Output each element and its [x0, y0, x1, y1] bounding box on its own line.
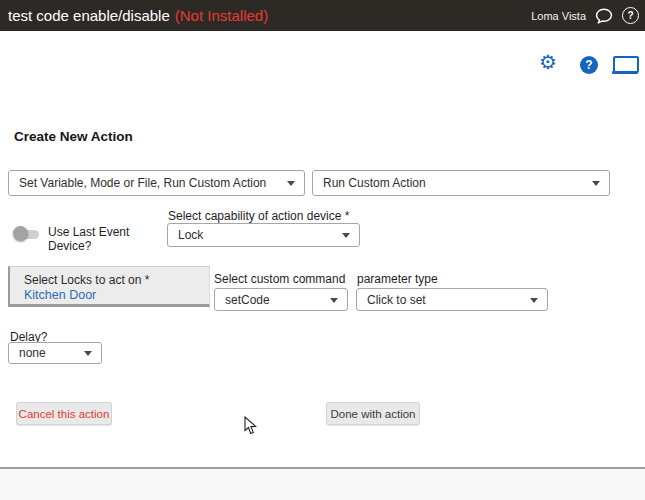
- command-select[interactable]: setCode: [214, 288, 348, 311]
- help-glyph: ?: [585, 58, 592, 72]
- kitchen-door-link[interactable]: Kitchen Door: [24, 288, 96, 302]
- dropdown-arrow-icon: [592, 181, 600, 186]
- use-last-event-toggle[interactable]: [13, 224, 51, 243]
- locks-device-picker[interactable]: Select Locks to act on * Kitchen Door: [8, 266, 210, 307]
- capability-select[interactable]: Lock: [167, 223, 360, 247]
- dropdown-arrow-icon: [287, 181, 295, 186]
- cancel-button[interactable]: Cancel this action: [16, 402, 112, 425]
- use-last-event-label: Use Last Event Device?: [48, 226, 132, 253]
- display-icon[interactable]: [612, 56, 638, 74]
- mouse-cursor: [244, 416, 258, 439]
- delay-select[interactable]: none: [8, 342, 102, 364]
- action-kind-select[interactable]: Run Custom Action: [312, 170, 610, 196]
- chat-bubble-icon[interactable]: [595, 7, 613, 25]
- action-type-select[interactable]: Set Variable, Mode or File, Run Custom A…: [8, 170, 305, 196]
- dropdown-arrow-icon: [342, 233, 350, 238]
- location-name[interactable]: Loma Vista: [531, 10, 586, 22]
- dropdown-arrow-icon: [330, 298, 338, 303]
- parameter-value: Click to set: [367, 293, 426, 307]
- capability-value: Lock: [178, 228, 203, 242]
- command-value: setCode: [225, 293, 270, 307]
- command-label: Select custom command: [214, 272, 345, 286]
- topbar-right-group: Loma Vista ?: [531, 0, 639, 31]
- toggle-thumb: [13, 226, 28, 241]
- create-action-heading: Create New Action: [14, 129, 133, 144]
- help-glyph: ?: [627, 11, 633, 21]
- delay-value: none: [19, 346, 46, 360]
- help-icon[interactable]: ?: [580, 56, 598, 74]
- dropdown-arrow-icon: [84, 351, 92, 356]
- parameter-label: parameter type: [357, 272, 438, 286]
- locks-label: Select Locks to act on *: [24, 273, 149, 287]
- app-window: test code enable/disable (Not Installed)…: [0, 0, 645, 500]
- settings-gear-icon[interactable]: ⚙: [539, 52, 557, 72]
- dropdown-arrow-icon: [530, 298, 538, 303]
- display-base-shape: [612, 71, 638, 74]
- install-status-badge: (Not Installed): [175, 7, 268, 24]
- capability-label: Select capability of action device *: [168, 209, 349, 223]
- done-button[interactable]: Done with action: [326, 402, 420, 425]
- action-type-value: Set Variable, Mode or File, Run Custom A…: [19, 176, 266, 190]
- footer-area: [0, 469, 645, 500]
- parameter-select[interactable]: Click to set: [356, 288, 548, 311]
- page-title: test code enable/disable: [8, 7, 170, 24]
- action-kind-value: Run Custom Action: [323, 176, 426, 190]
- help-circle-icon[interactable]: ?: [622, 7, 639, 24]
- topbar: test code enable/disable (Not Installed)…: [0, 0, 645, 31]
